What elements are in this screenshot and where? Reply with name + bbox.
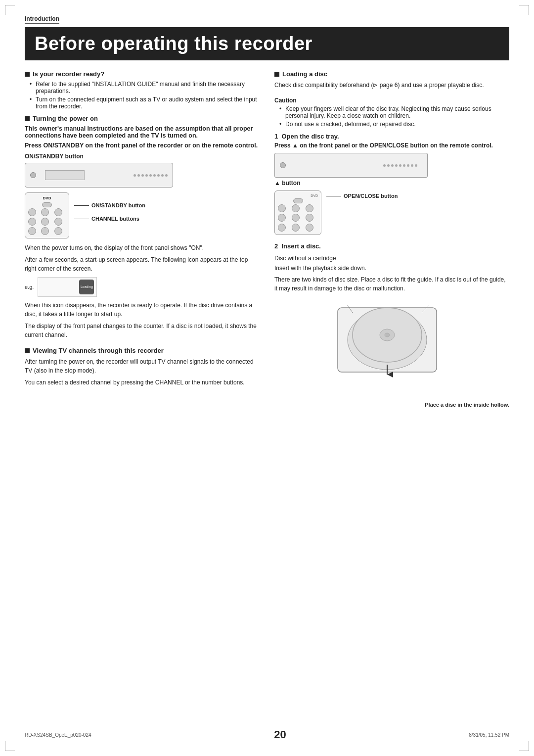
dot — [137, 174, 140, 177]
dot — [134, 174, 136, 177]
viewing-para-1: After turning the power on, the recorder… — [25, 357, 260, 375]
remote-btn — [41, 218, 49, 226]
page-footer: RD-XS24SB_OpeE_p020-024 20 8/31/05, 11:5… — [25, 728, 509, 741]
remote-right-body: DVD — [274, 190, 321, 235]
remote-btn — [54, 227, 62, 235]
section-power-on-heading: Turning the power on — [25, 115, 260, 122]
dot — [399, 164, 401, 167]
circle — [280, 162, 286, 168]
dot — [149, 174, 152, 177]
corner-tr — [519, 5, 529, 15]
front-panel-illustration — [25, 163, 173, 188]
step1-device-area: ▲ button — [274, 153, 509, 187]
dot — [145, 174, 148, 177]
arrow-line — [74, 219, 89, 219]
step1-heading: 1 Open the disc tray. — [274, 133, 509, 140]
insert-para-2: There are two kinds of disc size. Place … — [274, 275, 509, 293]
page-container: Introduction Before operating this recor… — [0, 0, 534, 756]
loading-icon: Loading — [79, 280, 94, 294]
remote-right-top: DVD — [278, 194, 318, 197]
main-title: Before operating this recorder — [25, 27, 509, 60]
device-dots — [134, 174, 168, 177]
introduction-label: Introduction — [25, 15, 59, 24]
remote-btn — [28, 218, 36, 226]
remote-btn — [278, 214, 286, 222]
remote-btn — [41, 227, 49, 235]
disc-svg — [323, 298, 461, 397]
svg-point-4 — [385, 333, 390, 337]
viewing-section: Viewing TV channels through this recorde… — [25, 347, 260, 387]
remote-btn — [292, 204, 300, 212]
channel-annotation: CHANNEL buttons — [91, 216, 139, 222]
caution-box: Caution Keep your fingers well clear of … — [274, 97, 509, 128]
remote-btn — [54, 218, 62, 226]
open-close-annotation: OPEN/CLOSE button — [326, 190, 398, 199]
remote-buttons-grid — [28, 208, 66, 235]
dvd-label: DVD — [28, 196, 66, 200]
remote-btn — [278, 204, 286, 212]
insert-disc-section: Disc without a cartridge Insert with the… — [274, 255, 509, 408]
caution-item: Do not use a cracked, deformed, or repai… — [279, 121, 509, 128]
device-display — [45, 170, 85, 180]
remote-btn — [28, 227, 36, 235]
footer-left: RD-XS24SB_OpeE_p020-024 — [25, 732, 91, 738]
dot — [141, 174, 144, 177]
place-disc-label: Place a disc in the inside hollow. — [274, 402, 509, 408]
step1-sub: Press ▲ on the front panel or the OPEN/C… — [274, 142, 509, 149]
dot — [153, 174, 156, 177]
remote-btn — [306, 204, 313, 212]
power-button-circle — [30, 172, 36, 178]
section-loading-heading: Loading a disc — [274, 70, 509, 78]
remote-btn — [292, 214, 300, 222]
open-close-label: OPEN/CLOSE button — [344, 193, 398, 199]
left-column: Is your recorder ready? Refer to the sup… — [25, 70, 260, 408]
remote-right-container: DVD — [274, 190, 509, 235]
para-startup: After a few seconds, a start-up screen a… — [25, 255, 260, 273]
oval-btn — [293, 198, 303, 203]
list-item: Refer to the supplied "INSTALLATION GUID… — [30, 81, 260, 94]
recorder-ready-list: Refer to the supplied "INSTALLATION GUID… — [25, 81, 260, 110]
para-icon-disappears: When this icon disappears, the recorder … — [25, 301, 260, 319]
annotation-standby: ON/STANDBY button — [74, 202, 145, 208]
on-standby-button-label: ON/STANDBY button — [25, 153, 260, 160]
two-column-layout: Is your recorder ready? Refer to the sup… — [25, 70, 509, 408]
bold-para-2: Press ON/STANDBY on the front panel of t… — [25, 142, 260, 149]
right-column: Loading a disc Check disc compatibility … — [274, 70, 509, 408]
eg-label: e.g. — [25, 284, 34, 290]
loading-icon-container: e.g. Loading — [25, 277, 260, 297]
disc-without-cartridge-label: Disc without a cartridge — [274, 255, 509, 262]
bold-para-1: This owner's manual instructions are bas… — [25, 125, 260, 139]
viewing-para-2: You can select a desired channel by pres… — [25, 378, 260, 387]
remote-right-grid — [278, 204, 318, 222]
dot — [403, 164, 405, 167]
section-recorder-ready-heading: Is your recorder ready? — [25, 70, 260, 78]
para-front-panel: The display of the front panel changes t… — [25, 322, 260, 339]
remote-btn — [278, 224, 286, 232]
dot — [395, 164, 398, 167]
arrow-line — [326, 196, 341, 196]
loading-box: Loading — [38, 277, 97, 297]
eject-button-label: ▲ button — [274, 180, 509, 187]
dot — [411, 164, 413, 167]
corner-tl — [5, 5, 15, 15]
dot — [383, 164, 386, 167]
dot — [161, 174, 164, 177]
section-viewing-heading: Viewing TV channels through this recorde… — [25, 347, 260, 354]
corner-bl — [5, 741, 15, 751]
step2-heading: 2 Insert a disc. — [274, 242, 509, 250]
disc-illustration — [323, 298, 461, 397]
dot — [157, 174, 160, 177]
loading-section: Loading a disc Check disc compatibility … — [274, 70, 509, 90]
on-standby-annotation: ON/STANDBY button — [91, 202, 145, 208]
dot — [165, 174, 168, 177]
arrow-line — [74, 205, 89, 206]
dot — [391, 164, 394, 167]
remote-body: DVD — [25, 192, 69, 238]
remote-annotations: ON/STANDBY button CHANNEL buttons — [74, 192, 145, 222]
annotation-channel: CHANNEL buttons — [74, 216, 145, 222]
caution-item: Keep your fingers well clear of the disc… — [279, 105, 509, 119]
corner-br — [519, 741, 529, 751]
dot — [387, 164, 390, 167]
dot — [415, 164, 417, 167]
remote-container: DVD — [25, 192, 260, 238]
